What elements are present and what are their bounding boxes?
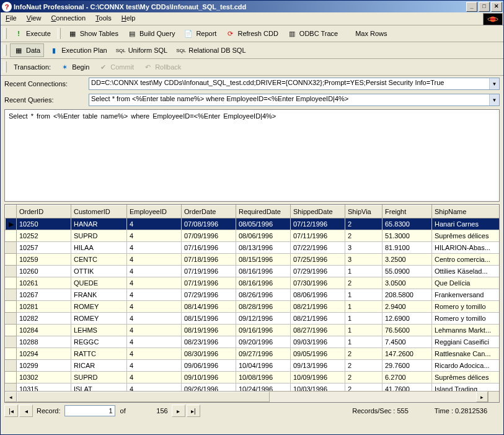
cell[interactable]: 08/16/1996 xyxy=(236,277,291,289)
cell[interactable]: HILAA xyxy=(71,242,127,254)
cell[interactable]: 09/12/1996 xyxy=(236,313,291,325)
column-header[interactable]: Freight xyxy=(382,205,432,218)
cell[interactable]: Island Trading xyxy=(432,383,500,392)
cell[interactable]: RICAR xyxy=(71,360,127,372)
cell[interactable]: 10/03/1996 xyxy=(291,383,345,392)
column-header[interactable]: ShipName xyxy=(432,205,500,218)
cell[interactable]: 12.6900 xyxy=(382,313,432,325)
cell[interactable]: 4 xyxy=(127,301,182,313)
cell[interactable]: 1 xyxy=(345,266,382,277)
cell[interactable]: 08/27/1996 xyxy=(291,325,345,336)
cell[interactable]: 09/05/1996 xyxy=(291,348,345,360)
cell[interactable]: 2 xyxy=(345,383,382,392)
table-row[interactable]: 10259CENTC407/18/199608/15/199607/25/199… xyxy=(6,254,500,266)
sql-editor[interactable]: Select * from <%Enter table name%> where… xyxy=(4,109,500,202)
cell[interactable]: 09/10/1996 xyxy=(182,372,236,383)
cell[interactable]: 2 xyxy=(345,372,382,383)
cell[interactable]: 07/09/1996 xyxy=(182,230,236,242)
cell[interactable]: 09/16/1996 xyxy=(236,325,291,336)
scroll-track[interactable] xyxy=(17,392,476,402)
cell[interactable]: 3 xyxy=(345,254,382,266)
cell[interactable]: 3 xyxy=(345,242,382,254)
column-header[interactable]: ShipVia xyxy=(345,205,382,218)
toolbar-handle[interactable] xyxy=(58,28,61,39)
close-button[interactable]: ✕ xyxy=(491,2,502,12)
cell[interactable]: 10257 xyxy=(17,242,71,254)
cell[interactable]: 4 xyxy=(127,254,182,266)
cell[interactable]: Centro comercia... xyxy=(432,254,500,266)
cell[interactable]: 09/26/1996 xyxy=(182,383,236,392)
cell[interactable]: 4 xyxy=(127,372,182,383)
cell[interactable]: SUPRD xyxy=(71,372,127,383)
cell[interactable]: 08/30/1996 xyxy=(182,348,236,360)
cell[interactable]: 07/22/1996 xyxy=(291,242,345,254)
cell[interactable]: 08/26/1996 xyxy=(236,289,291,301)
cell[interactable]: 10260 xyxy=(17,266,71,277)
cell[interactable]: Suprêmes délices xyxy=(432,230,500,242)
cell[interactable]: HANAR xyxy=(71,218,127,230)
table-row[interactable]: 10257HILAA407/16/199608/13/199607/22/199… xyxy=(6,242,500,254)
tab-uniform-sql[interactable]: SQL Uniform SQL xyxy=(112,43,172,57)
table-row[interactable]: ▶10250HANAR407/08/199608/05/199607/12/19… xyxy=(6,218,500,230)
cell[interactable]: 09/06/1996 xyxy=(182,360,236,372)
cell[interactable]: 10250 xyxy=(17,218,71,230)
cell[interactable]: CENTC xyxy=(71,254,127,266)
cell[interactable]: 2 xyxy=(345,230,382,242)
cell[interactable]: 09/27/1996 xyxy=(236,348,291,360)
cell[interactable]: 4 xyxy=(127,348,182,360)
cell[interactable]: 07/18/1996 xyxy=(182,254,236,266)
cell[interactable]: 4 xyxy=(127,218,182,230)
cell[interactable]: 4 xyxy=(127,313,182,325)
cell[interactable]: 4 xyxy=(127,230,182,242)
cell[interactable]: Reggiani Caseifici xyxy=(432,336,500,348)
table-row[interactable]: 10315ISLAT409/26/199610/24/199610/03/199… xyxy=(6,383,500,392)
cell[interactable]: 3.0500 xyxy=(382,277,432,289)
tab-relational-sql[interactable]: SQL Relational DB SQL xyxy=(172,43,249,57)
cell[interactable]: 08/16/1996 xyxy=(236,266,291,277)
cell[interactable]: 2 xyxy=(345,218,382,230)
cell[interactable]: 08/28/1996 xyxy=(236,301,291,313)
horizontal-scrollbar[interactable]: ◂ ▸ xyxy=(5,391,499,402)
cell[interactable]: 08/14/1996 xyxy=(182,301,236,313)
cell[interactable]: 07/30/1996 xyxy=(291,277,345,289)
cell[interactable]: RATTC xyxy=(71,348,127,360)
cell[interactable]: 08/06/1996 xyxy=(291,289,345,301)
cell[interactable]: 07/16/1996 xyxy=(182,242,236,254)
table-row[interactable]: 10302SUPRD409/10/199610/08/199610/09/199… xyxy=(6,372,500,383)
recent-connections-combo[interactable]: DD=C:\CONNX test\My CDDs\Infonaut_SQL_te… xyxy=(89,78,500,90)
row-header[interactable] xyxy=(6,301,17,313)
cell[interactable]: 07/11/1996 xyxy=(291,230,345,242)
row-header[interactable] xyxy=(6,266,17,277)
minimize-button[interactable]: _ xyxy=(466,2,477,12)
cell[interactable]: 10267 xyxy=(17,289,71,301)
cell[interactable]: 08/21/1996 xyxy=(291,313,345,325)
menu-view[interactable]: View xyxy=(22,12,46,25)
row-header[interactable] xyxy=(6,372,17,383)
cell[interactable]: 29.7600 xyxy=(382,360,432,372)
begin-button[interactable]: ✶ Begin xyxy=(56,60,93,74)
cell[interactable]: 10/04/1996 xyxy=(236,360,291,372)
cell[interactable]: 08/06/1996 xyxy=(236,230,291,242)
odbc-trace-button[interactable]: ▥ ODBC Trace xyxy=(283,27,342,40)
cell[interactable]: LEHMS xyxy=(71,325,127,336)
column-header[interactable]: OrderID xyxy=(17,205,71,218)
table-row[interactable]: 10281ROMEY408/14/199608/28/199608/21/199… xyxy=(6,301,500,313)
table-row[interactable]: 10288REGGC408/23/199609/20/199609/03/199… xyxy=(6,336,500,348)
cell[interactable]: 10259 xyxy=(17,254,71,266)
cell[interactable]: Suprêmes délices xyxy=(432,372,500,383)
cell[interactable]: 2 xyxy=(345,348,382,360)
scroll-right-button[interactable]: ▸ xyxy=(476,392,488,402)
row-header[interactable] xyxy=(6,348,17,360)
cell[interactable]: 51.3000 xyxy=(382,230,432,242)
cell[interactable]: 6.2700 xyxy=(382,372,432,383)
cell[interactable]: Ottilies Käselad... xyxy=(432,266,500,277)
row-header[interactable] xyxy=(6,277,17,289)
cell[interactable]: 08/23/1996 xyxy=(182,336,236,348)
cell[interactable]: FRANK xyxy=(71,289,127,301)
cell[interactable]: ROMEY xyxy=(71,313,127,325)
build-query-button[interactable]: ▤ Build Query xyxy=(123,27,179,40)
table-row[interactable]: 10267FRANK407/29/199608/26/199608/06/199… xyxy=(6,289,500,301)
report-button[interactable]: 📄 Report xyxy=(180,27,220,40)
row-header[interactable]: ▶ xyxy=(6,218,17,230)
data-grid[interactable]: OrderIDCustomerIDEmployeeIDOrderDateRequ… xyxy=(5,205,499,391)
